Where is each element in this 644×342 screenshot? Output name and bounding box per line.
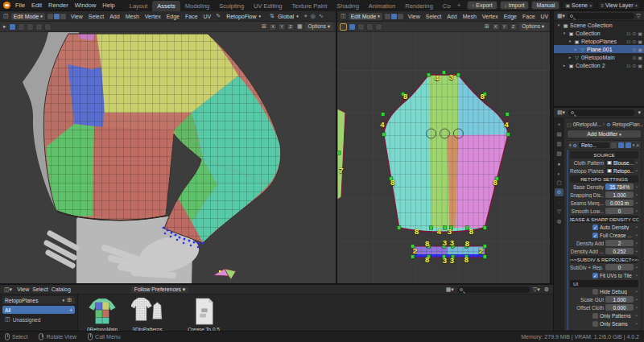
rotate-tool-icon[interactable] bbox=[375, 23, 382, 31]
import-button[interactable]: ↓Import bbox=[500, 1, 530, 10]
edge-select-icon[interactable] bbox=[391, 14, 397, 19]
properties-tab-render[interactable]: ▤ bbox=[555, 130, 564, 138]
property-value-smooth-low[interactable]: 0 bbox=[605, 208, 634, 214]
outliner-row-collection-2[interactable]: ▸▣Collection 2⊡⊙▣ bbox=[554, 61, 644, 69]
axis-x-button[interactable]: X bbox=[492, 23, 500, 31]
eye-toggle-icon[interactable]: ⊙ bbox=[632, 47, 636, 52]
asset-item-3dtopatterns[interactable]: 3DtoPatterns bbox=[130, 296, 165, 331]
viewport-menu-face[interactable]: Face bbox=[520, 14, 538, 19]
vertex-select-icon[interactable] bbox=[385, 14, 390, 19]
axis-z-button[interactable]: Z bbox=[510, 23, 518, 31]
edit-mode-toggle[interactable] bbox=[611, 142, 617, 148]
property-value-scale-gui[interactable]: 1.000 bbox=[605, 296, 634, 303]
seam-marker[interactable] bbox=[506, 113, 509, 116]
seam-marker[interactable] bbox=[398, 226, 401, 229]
properties-tab-scene[interactable]: ● bbox=[555, 159, 564, 167]
asset-menu-catalog[interactable]: Catalog bbox=[50, 286, 72, 292]
viewport-menu-add[interactable]: Add bbox=[107, 14, 122, 19]
axis-z-button[interactable]: Z bbox=[287, 23, 295, 31]
section-label[interactable]: UI bbox=[570, 280, 638, 287]
animate-dot[interactable]: • bbox=[635, 192, 638, 197]
toolbar-toggle-icon[interactable]: ▸ bbox=[2, 23, 7, 30]
select-box-tool-icon[interactable] bbox=[18, 23, 25, 31]
editor-type-icon[interactable]: ◫ bbox=[2, 13, 10, 19]
export-button[interactable]: ↑Export bbox=[467, 1, 497, 10]
animate-dot[interactable]: • bbox=[635, 321, 638, 326]
workspace-tab-modeling[interactable]: Modeling bbox=[180, 1, 214, 11]
asset-item-crease[interactable]: Crease To 0.5 bbox=[186, 296, 221, 331]
menu-edit[interactable]: Edit bbox=[28, 2, 45, 9]
animate-dot[interactable]: • bbox=[635, 241, 638, 245]
select-lasso-tool-icon[interactable] bbox=[35, 23, 43, 31]
seam-marker[interactable] bbox=[429, 226, 432, 229]
property-value-retopo-planes[interactable]: ▣Retopo...× bbox=[605, 167, 634, 174]
properties-editor-icon[interactable]: ▤▾ bbox=[556, 109, 566, 116]
select-box-tool-icon[interactable] bbox=[357, 23, 365, 31]
modifier-panel-header[interactable]: ▾ ⚙ Reto... ▾ × bbox=[567, 140, 642, 150]
breadcrumb-object[interactable]: 0RetopoM... bbox=[573, 122, 601, 127]
catalog-filter-icon[interactable]: ⊞ bbox=[66, 297, 72, 303]
property-value-density-add[interactable]: 2 bbox=[605, 240, 634, 246]
property-value-subdiv-rep[interactable]: 0 bbox=[605, 264, 634, 270]
asset-item-retopomain[interactable]: 0RetopoMain bbox=[85, 296, 120, 331]
viewport-menu-uv[interactable]: UV bbox=[201, 14, 214, 19]
viewport-menu-vertex[interactable]: Vertex bbox=[480, 14, 501, 19]
select-mode-buttons[interactable] bbox=[47, 13, 67, 20]
face-select-icon[interactable] bbox=[398, 14, 403, 19]
animate-dot[interactable]: • bbox=[635, 289, 638, 294]
animate-dot[interactable]: • bbox=[635, 265, 638, 270]
seam-marker[interactable] bbox=[443, 226, 446, 229]
viewport-menu-view[interactable]: View bbox=[406, 14, 423, 19]
animate-dot[interactable]: • bbox=[635, 273, 638, 278]
scene-selector[interactable]: ▣Scene× bbox=[562, 1, 595, 10]
property-value-cloth-pattern[interactable]: ▣Blouse...× bbox=[605, 159, 634, 166]
options-dropdown[interactable]: Options ▾ bbox=[519, 23, 547, 31]
asset-menu-view[interactable]: View bbox=[15, 286, 31, 292]
seam-marker[interactable] bbox=[483, 255, 486, 258]
viewport-menu-view[interactable]: View bbox=[68, 14, 85, 19]
checkbox-only-seams[interactable] bbox=[592, 321, 598, 327]
snap-icon[interactable]: ⌖ bbox=[303, 13, 308, 19]
seam-marker[interactable] bbox=[483, 226, 486, 229]
seam-marker[interactable] bbox=[382, 113, 385, 116]
workspace-tab-compositing[interactable]: Compositing bbox=[438, 1, 451, 11]
checkbox-full-crease[interactable]: ✓ bbox=[592, 233, 598, 238]
move-tool-icon[interactable] bbox=[366, 23, 374, 31]
viewport-menu-mesh[interactable]: Mesh bbox=[460, 14, 479, 19]
add-catalog-icon[interactable]: + bbox=[69, 307, 72, 313]
asset-menu-select[interactable]: Select bbox=[31, 286, 49, 292]
axis-x-button[interactable]: X bbox=[269, 23, 277, 31]
viewport-menu-mesh[interactable]: Mesh bbox=[123, 14, 142, 19]
checkbox-hide-debug[interactable] bbox=[592, 289, 598, 295]
outliner-editor-icon[interactable]: ▦▾ bbox=[556, 13, 566, 19]
properties-options-icon[interactable]: ▾ bbox=[637, 109, 642, 116]
viewport-3d-canvas[interactable] bbox=[0, 32, 336, 283]
add-workspace-button[interactable]: + bbox=[452, 0, 465, 10]
overlay-icon[interactable]: ▦ bbox=[296, 23, 303, 30]
menu-window[interactable]: Window bbox=[72, 2, 100, 9]
animate-dot[interactable]: • bbox=[635, 208, 638, 213]
viewport-menu-uv[interactable]: UV bbox=[539, 14, 550, 19]
expand-icon[interactable]: ▾ bbox=[569, 142, 572, 147]
seam-marker[interactable] bbox=[456, 73, 460, 76]
properties-tab-output[interactable]: ▥ bbox=[555, 140, 564, 148]
import-method-dropdown[interactable]: Follow Preferences ▾ bbox=[131, 286, 189, 293]
add-modifier-button[interactable]: Add Modifier ▾ bbox=[567, 130, 642, 138]
options-dropdown[interactable]: Options ▾ bbox=[305, 23, 333, 31]
viewport-pattern-canvas[interactable]: 43884488843883382283387 bbox=[337, 32, 550, 283]
workspace-tab-sculpting[interactable]: Sculpting bbox=[214, 1, 249, 11]
disclosure-icon[interactable]: ▾ bbox=[568, 39, 572, 43]
properties-search-input[interactable] bbox=[568, 109, 634, 116]
workspace-tab-uv-editing[interactable]: UV Editing bbox=[249, 1, 287, 11]
animate-dot[interactable]: • bbox=[635, 297, 638, 302]
seam-marker[interactable] bbox=[411, 255, 414, 258]
viewport-menu-select[interactable]: Select bbox=[423, 14, 444, 19]
properties-tab-world[interactable]: ◐ bbox=[555, 169, 564, 177]
seam-marker[interactable] bbox=[506, 133, 510, 136]
asset-editor-icon[interactable]: ◫▾ bbox=[3, 286, 13, 293]
display-size-icon[interactable]: ▦▾ bbox=[445, 286, 455, 293]
outliner-row-0retopomain[interactable]: ▸▽0RetopoMain⊙▣ bbox=[554, 53, 644, 61]
workspace-tab-layout[interactable]: Layout bbox=[125, 1, 153, 11]
gear-icon[interactable]: ⚙ bbox=[543, 286, 550, 293]
workspace-tab-assets[interactable]: Assets bbox=[152, 1, 180, 11]
